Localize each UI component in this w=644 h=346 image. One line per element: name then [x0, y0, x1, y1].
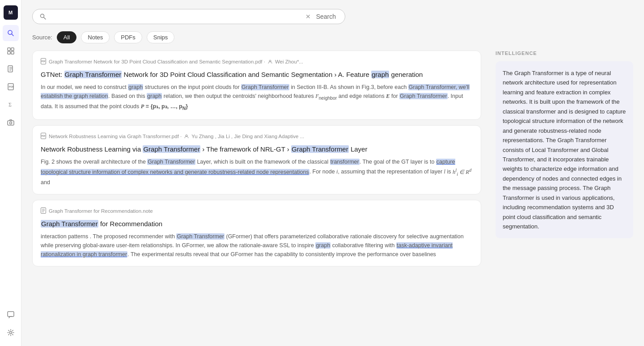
- result-card-1[interactable]: PDF Graph Transformer Network for 3D Poi…: [32, 51, 481, 120]
- card-title-2: Network Robustness Learning via Graph Tr…: [41, 144, 473, 154]
- svg-rect-17: [8, 312, 14, 316]
- author-icon-2: [184, 134, 189, 139]
- result-card-2[interactable]: PDF Network Robustness Learning via Grap…: [32, 125, 481, 194]
- card-meta-1: PDF Graph Transformer Network for 3D Poi…: [41, 58, 473, 65]
- sidebar-camera-icon[interactable]: [3, 114, 19, 131]
- search-area: what is a graph transformer? ✕ Search: [21, 0, 644, 31]
- search-button[interactable]: Search: [314, 13, 338, 20]
- card-meta-2: PDF Network Robustness Learning via Grap…: [41, 133, 473, 140]
- pdf-icon-2: PDF: [41, 133, 46, 140]
- source-filter-snips[interactable]: Snips: [147, 31, 175, 43]
- card-author-1: Wei Zhou*...: [275, 59, 303, 64]
- card-meta-3: Graph Transformer for Recommendation.not…: [41, 207, 473, 215]
- pdf-icon-1: PDF: [41, 58, 46, 65]
- svg-text:PDF: PDF: [42, 135, 46, 137]
- results-list: PDF Graph Transformer Network for 3D Poi…: [32, 51, 490, 346]
- note-icon-3: [41, 207, 46, 215]
- source-label: Source:: [32, 34, 52, 41]
- sidebar-document-icon[interactable]: [3, 61, 19, 77]
- source-filter-all[interactable]: All: [57, 31, 76, 43]
- search-icon: [40, 13, 46, 20]
- app-logo: M: [4, 5, 18, 20]
- sidebar-grid-icon[interactable]: [3, 43, 19, 59]
- main-content: what is a graph transformer? ✕ Search So…: [21, 0, 644, 346]
- author-icon-1: [268, 59, 272, 64]
- svg-rect-4: [8, 48, 10, 51]
- svg-rect-7: [11, 51, 14, 54]
- svg-line-3: [12, 34, 13, 36]
- card-title-3: Graph Transformer for Recommendation: [41, 219, 473, 228]
- source-filter-bar: Source: All Notes PDFs Snips: [21, 31, 644, 51]
- svg-text:Σ: Σ: [8, 101, 12, 108]
- svg-point-18: [9, 332, 12, 334]
- sidebar: M PDF Σ: [0, 0, 21, 346]
- svg-rect-6: [8, 51, 10, 54]
- svg-text:M: M: [8, 10, 13, 15]
- svg-line-20: [44, 17, 46, 20]
- intelligence-text: The Graph Transformer is a type of neura…: [503, 70, 626, 230]
- svg-text:PDF: PDF: [42, 60, 46, 63]
- result-card-3[interactable]: Graph Transformer for Recommendation.not…: [32, 200, 481, 266]
- intelligence-label: INTELLIGENCE: [496, 51, 633, 56]
- sidebar-pdf-icon[interactable]: PDF: [3, 79, 19, 95]
- sidebar-settings-icon[interactable]: [3, 325, 19, 341]
- search-clear-button[interactable]: ✕: [305, 13, 311, 20]
- intelligence-card: The Graph Transformer is a type of neura…: [496, 61, 633, 238]
- svg-rect-15: [8, 121, 14, 125]
- card-author-2: Yu Zhang , Jia Li , Jie Ding and Xiang A…: [191, 134, 304, 139]
- sidebar-chat-icon[interactable]: [3, 307, 19, 323]
- intelligence-panel: INTELLIGENCE The Graph Transformer is a …: [490, 51, 633, 346]
- card-body-3: interaction patterns . The proposed reco…: [41, 232, 473, 259]
- card-body-1: In our model, we need to construct graph…: [41, 83, 473, 112]
- card-source-2: Network Robustness Learning via Graph Tr…: [49, 134, 182, 139]
- sidebar-sigma-icon[interactable]: Σ: [3, 97, 19, 113]
- card-source-3: Graph Transformer for Recommendation.not…: [49, 208, 153, 214]
- search-bar: what is a graph transformer? ✕ Search: [32, 9, 345, 24]
- svg-point-16: [9, 122, 12, 124]
- svg-text:PDF: PDF: [8, 85, 14, 88]
- source-filter-pdfs[interactable]: PDFs: [114, 31, 142, 43]
- svg-rect-5: [11, 48, 14, 51]
- card-body-2: Fig. 2 shows the overall architecture of…: [41, 157, 473, 186]
- card-title-1: GTNet: Graph Transformer Network for 3D …: [41, 70, 473, 79]
- content-area: PDF Graph Transformer Network for 3D Poi…: [21, 51, 644, 346]
- search-input[interactable]: what is a graph transformer?: [50, 13, 302, 20]
- sidebar-search-icon[interactable]: [3, 25, 19, 41]
- source-filter-notes[interactable]: Notes: [81, 31, 110, 43]
- card-source-1: Graph Transformer Network for 3D Point C…: [49, 59, 265, 64]
